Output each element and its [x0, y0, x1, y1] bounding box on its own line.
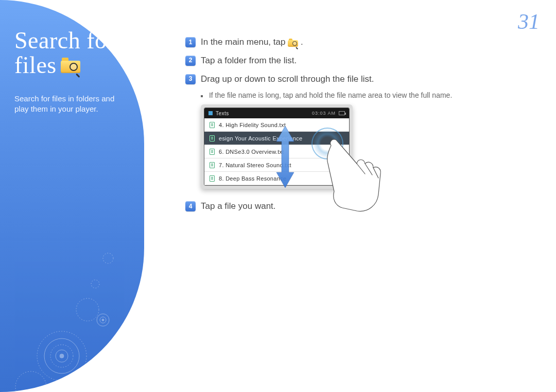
file-icon [210, 162, 215, 168]
folder-search-icon [288, 39, 298, 47]
step-badge-1: 1 [185, 37, 196, 47]
file-list: 4. High Fidelity Sound.txtesign Your Aco… [204, 118, 349, 185]
svg-point-5 [102, 319, 104, 321]
file-row: 6. DNSe3.0 Overview.txt [204, 145, 349, 158]
header-app-icon [208, 111, 213, 115]
device-screen: Texts 03:03 AM 4. High Fidelity Sound.tx… [204, 108, 350, 186]
file-row-label: 4. High Fidelity Sound.txt [219, 122, 286, 128]
file-row: 8. Deep Bass Resonance [204, 172, 349, 185]
svg-point-13 [104, 362, 112, 370]
file-row-label: 7. Natural Stereo Sound.txt [219, 162, 291, 168]
step-1: 1 In the main menu, tap . [185, 36, 535, 48]
svg-point-0 [103, 253, 113, 263]
file-row: 4. High Fidelity Sound.txt [204, 118, 349, 132]
svg-point-1 [91, 280, 99, 288]
step-1-text-after: . [301, 37, 303, 47]
step-badge-4: 4 [185, 201, 196, 211]
step-3-text: Drag up or down to scroll through the fi… [201, 73, 374, 85]
device-clock: 03:03 AM [312, 111, 336, 116]
step-3-note: If the file name is long, tap and hold t… [201, 91, 535, 99]
device-header-title: Texts [216, 111, 229, 116]
decorative-circles [0, 227, 144, 392]
file-row: esign Your Acoustic Experience [204, 132, 349, 145]
side-panel: Search for files Search for files in fol… [0, 0, 144, 392]
step-badge-2: 2 [185, 56, 196, 66]
row-menu-icon [336, 175, 344, 182]
page-title: Search for files [14, 28, 130, 78]
svg-point-7 [44, 338, 79, 373]
file-row-label: 8. Deep Bass Resonance [219, 175, 286, 182]
folder-search-icon [61, 58, 80, 73]
device-frame: Texts 03:03 AM 4. High Fidelity Sound.tx… [201, 104, 353, 189]
step-4: 4 Tap a file you want. [185, 200, 535, 212]
page-description: Search for files in folders and play the… [14, 94, 123, 115]
svg-point-6 [37, 331, 86, 381]
step-2: 2 Tap a folder from the list. [185, 55, 535, 67]
file-row: 7. Natural Stereo Sound.txt [204, 158, 349, 172]
title-line-2: files [14, 53, 130, 78]
svg-point-8 [50, 345, 73, 367]
bullet-icon [201, 95, 203, 97]
manual-page: Search for files Search for files in fol… [0, 0, 556, 392]
svg-point-14 [15, 371, 46, 392]
file-row-label: esign Your Acoustic Experience [219, 135, 303, 141]
svg-point-10 [60, 354, 64, 358]
battery-icon [339, 111, 345, 115]
file-row-label: 6. DNSe3.0 Overview.txt [219, 149, 284, 155]
step-3-note-text: If the file name is long, tap and hold t… [209, 91, 452, 99]
title-word-files: files [14, 53, 57, 78]
page-number: 31 [518, 9, 540, 34]
step-4-text: Tap a file you want. [201, 200, 276, 212]
svg-point-3 [97, 314, 109, 326]
svg-point-9 [56, 350, 68, 362]
title-line-1: Search for [14, 28, 130, 53]
step-3: 3 Drag up or down to scroll through the … [185, 73, 535, 85]
file-icon [210, 135, 215, 141]
step-1-text-before: In the main menu, tap [201, 37, 288, 47]
svg-point-11 [93, 351, 124, 382]
svg-point-12 [99, 357, 117, 376]
content: 1 In the main menu, tap . 2 Tap a folder… [185, 36, 535, 219]
file-icon [210, 122, 215, 128]
file-icon [210, 149, 215, 155]
svg-point-4 [100, 317, 106, 323]
svg-point-2 [76, 298, 99, 321]
device-status-bar: Texts 03:03 AM [204, 108, 349, 118]
step-badge-3: 3 [185, 74, 196, 84]
device-illustration: Texts 03:03 AM 4. High Fidelity Sound.tx… [201, 104, 376, 189]
step-1-text: In the main menu, tap . [201, 36, 303, 48]
step-2-text: Tap a folder from the list. [201, 55, 297, 67]
file-icon [210, 175, 215, 182]
